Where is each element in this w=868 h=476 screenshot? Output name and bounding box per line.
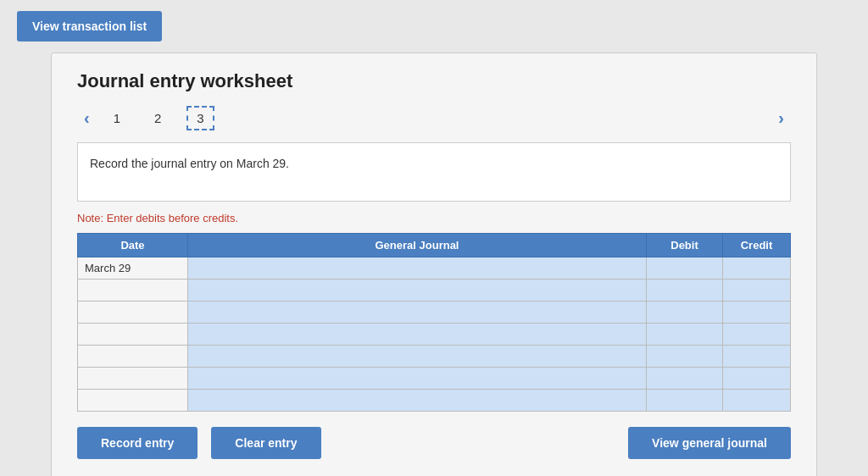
- debit-input[interactable]: [647, 390, 722, 411]
- debit-cell[interactable]: [647, 346, 723, 368]
- debit-cell[interactable]: [647, 390, 723, 412]
- table-row: [78, 346, 791, 368]
- credit-input[interactable]: [723, 368, 790, 389]
- table-row: [78, 368, 791, 390]
- col-header-debit: Debit: [647, 234, 723, 257]
- debit-cell[interactable]: [647, 257, 723, 280]
- date-cell: [78, 368, 188, 390]
- journal-table: Date General Journal Debit Credit March …: [77, 233, 791, 412]
- journal-input[interactable]: [188, 302, 646, 323]
- button-row: Record entry Clear entry View general jo…: [77, 427, 791, 459]
- debit-input[interactable]: [647, 257, 722, 279]
- journal-cell[interactable]: [188, 257, 647, 280]
- col-header-journal: General Journal: [188, 234, 647, 257]
- credit-cell[interactable]: [723, 346, 791, 368]
- date-cell: [78, 346, 188, 368]
- table-row: [78, 302, 791, 324]
- instruction-box: Record the journal entry on March 29.: [77, 142, 791, 202]
- debit-cell[interactable]: [647, 302, 723, 324]
- col-header-credit: Credit: [723, 234, 791, 257]
- table-row: March 29: [78, 257, 791, 280]
- credit-input[interactable]: [723, 302, 790, 323]
- col-header-date: Date: [78, 234, 188, 257]
- date-cell: [78, 324, 188, 346]
- table-row: [78, 280, 791, 302]
- date-cell: [78, 302, 188, 324]
- journal-input[interactable]: [188, 346, 646, 367]
- record-entry-button[interactable]: Record entry: [77, 427, 198, 459]
- table-row: [78, 390, 791, 412]
- journal-cell[interactable]: [188, 302, 647, 324]
- credit-cell[interactable]: [723, 324, 791, 346]
- debit-input[interactable]: [647, 302, 722, 323]
- journal-input[interactable]: [188, 368, 646, 389]
- journal-input[interactable]: [188, 390, 646, 411]
- credit-cell[interactable]: [723, 390, 791, 412]
- date-cell: [78, 280, 188, 302]
- credit-cell[interactable]: [723, 280, 791, 302]
- debit-input[interactable]: [647, 324, 722, 345]
- credit-input[interactable]: [723, 280, 790, 301]
- journal-input[interactable]: [188, 280, 646, 301]
- view-transaction-button[interactable]: View transaction list: [17, 11, 162, 42]
- main-container: Journal entry worksheet ‹ 1 2 3 › Record…: [51, 53, 817, 476]
- nav-prev-button[interactable]: ‹: [77, 107, 97, 130]
- debit-cell[interactable]: [647, 324, 723, 346]
- credit-input[interactable]: [723, 346, 790, 367]
- instruction-text: Record the journal entry on March 29.: [90, 157, 289, 170]
- debit-cell[interactable]: [647, 280, 723, 302]
- note-text: Note: Enter debits before credits.: [77, 212, 791, 224]
- credit-cell[interactable]: [723, 302, 791, 324]
- journal-cell[interactable]: [188, 368, 647, 390]
- credit-input[interactable]: [723, 390, 790, 411]
- nav-numbers: 1 2 3: [105, 106, 764, 130]
- top-bar: View transaction list: [0, 0, 868, 53]
- nav-page-2[interactable]: 2: [146, 108, 170, 129]
- clear-entry-button[interactable]: Clear entry: [211, 427, 320, 459]
- credit-input[interactable]: [723, 324, 790, 345]
- debit-input[interactable]: [647, 368, 722, 389]
- debit-input[interactable]: [647, 346, 722, 367]
- worksheet-title: Journal entry worksheet: [77, 70, 791, 92]
- table-row: [78, 324, 791, 346]
- nav-row: ‹ 1 2 3 ›: [77, 106, 791, 130]
- credit-cell[interactable]: [723, 368, 791, 390]
- debit-cell[interactable]: [647, 368, 723, 390]
- date-cell: [78, 390, 188, 412]
- nav-page-3[interactable]: 3: [186, 106, 214, 130]
- journal-cell[interactable]: [188, 390, 647, 412]
- view-general-journal-button[interactable]: View general journal: [628, 427, 791, 459]
- journal-cell[interactable]: [188, 346, 647, 368]
- credit-cell[interactable]: [723, 257, 791, 280]
- credit-input[interactable]: [723, 257, 790, 279]
- journal-cell[interactable]: [188, 324, 647, 346]
- nav-next-button[interactable]: ›: [771, 107, 791, 130]
- journal-input[interactable]: [188, 257, 646, 279]
- debit-input[interactable]: [647, 280, 722, 301]
- nav-page-1[interactable]: 1: [105, 108, 129, 129]
- journal-cell[interactable]: [188, 280, 647, 302]
- date-cell: March 29: [78, 257, 188, 280]
- journal-input[interactable]: [188, 324, 646, 345]
